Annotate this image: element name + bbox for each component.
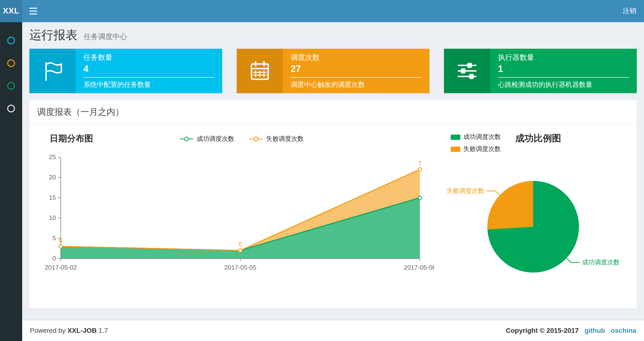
panel-body: 日期分布图 成功调度次数 bbox=[30, 124, 637, 309]
svg-text:7: 7 bbox=[418, 160, 422, 167]
divider bbox=[84, 77, 214, 78]
line-chart-title: 日期分布图 bbox=[50, 133, 93, 144]
line-chart-legend: 成功调度次数 失败调度次数 bbox=[179, 135, 304, 143]
legend-label: 失败调度次数 bbox=[266, 135, 304, 143]
line-legend-marker bbox=[249, 136, 263, 142]
sidebar-item-4[interactable] bbox=[0, 97, 22, 120]
svg-text:2017-05-02: 2017-05-02 bbox=[45, 264, 77, 271]
info-box-title: 任务数量 bbox=[84, 53, 214, 62]
main-content: 运行报表 任务调度中心 任务数量 4 系统中配置的任务数量 bbox=[22, 0, 644, 320]
sidebar-item-3[interactable] bbox=[0, 74, 22, 97]
flag-icon-svg bbox=[42, 60, 64, 82]
info-box-description: 心跳检测成功的执行器机器数量 bbox=[498, 81, 629, 89]
page-subtitle: 任务调度中心 bbox=[84, 32, 127, 41]
oschina-link[interactable]: oschina bbox=[611, 326, 636, 334]
circle-icon bbox=[7, 82, 15, 90]
svg-text:10: 10 bbox=[49, 214, 56, 221]
info-box-jobs: 任务数量 4 系统中配置的任务数量 bbox=[30, 49, 222, 93]
hamburger-bar bbox=[30, 11, 37, 12]
panel-header: 调度报表（一月之内） bbox=[30, 100, 637, 124]
svg-text:2017-05-08: 2017-05-08 bbox=[404, 264, 434, 271]
info-box-value: 27 bbox=[291, 64, 422, 74]
circle-icon bbox=[7, 104, 15, 112]
info-box-description: 调度中心触发的调度次数 bbox=[291, 81, 422, 89]
info-box-value: 4 bbox=[84, 64, 214, 74]
logout-link[interactable]: 注销 bbox=[615, 7, 644, 16]
svg-text:0: 0 bbox=[59, 237, 62, 244]
legend-item-fail[interactable]: 失败调度次数 bbox=[451, 145, 501, 153]
info-box-body: 调度次数 27 调度中心触发的调度次数 bbox=[283, 49, 430, 93]
circle-icon bbox=[7, 59, 15, 67]
date-distribution-chart: 05101520252017-05-022017-05-052017-05-08… bbox=[39, 150, 444, 279]
top-navbar: XXL 注销 bbox=[0, 0, 644, 22]
info-box-value: 1 bbox=[498, 64, 629, 74]
info-box-body: 任务数量 4 系统中配置的任务数量 bbox=[76, 49, 222, 93]
sidebar-toggle-button[interactable] bbox=[22, 0, 44, 22]
legend-swatch bbox=[451, 134, 460, 140]
copyright-text: Copyright © 2015-2017 bbox=[506, 326, 579, 334]
info-box-triggers: 调度次数 27 调度中心触发的调度次数 bbox=[237, 49, 430, 93]
pie-chart-legend: 成功调度次数 失败调度次数 bbox=[451, 133, 501, 153]
line-chart-svg: 05101520252017-05-022017-05-052017-05-08… bbox=[39, 150, 434, 277]
hamburger-bar bbox=[30, 8, 37, 9]
line-legend-marker bbox=[179, 136, 194, 142]
app-window: XXL 注销 运行报表 任务调度中心 bbox=[0, 0, 644, 341]
divider bbox=[498, 77, 629, 78]
pie-chart-svg: 成功调度次数失败调度次数 bbox=[444, 153, 627, 298]
info-box-executors: 执行器数量 1 心跳检测成功的执行器机器数量 bbox=[444, 49, 637, 93]
info-box-title: 调度次数 bbox=[291, 53, 422, 62]
sliders-icon-svg bbox=[456, 60, 478, 82]
legend-item-fail[interactable]: 失败调度次数 bbox=[249, 135, 304, 143]
svg-text:20: 20 bbox=[49, 174, 56, 181]
svg-text:0: 0 bbox=[52, 255, 56, 262]
svg-text:0: 0 bbox=[238, 241, 242, 248]
divider bbox=[291, 77, 422, 78]
sliders-icon bbox=[444, 49, 490, 93]
navbar-main: 注销 bbox=[22, 0, 644, 22]
info-box-row: 任务数量 4 系统中配置的任务数量 bbox=[30, 49, 637, 93]
page-header: 运行报表 任务调度中心 bbox=[30, 27, 637, 43]
calendar-icon-svg bbox=[249, 60, 271, 82]
svg-text:25: 25 bbox=[49, 153, 56, 161]
pie-chart-head: 成功调度次数 失败调度次数 成功比例图 bbox=[444, 132, 627, 153]
legend-label: 成功调度次数 bbox=[463, 133, 501, 141]
line-chart-head: 日期分布图 成功调度次数 bbox=[39, 132, 444, 146]
legend-label: 成功调度次数 bbox=[197, 135, 234, 143]
info-box-description: 系统中配置的任务数量 bbox=[84, 81, 214, 89]
legend-item-success[interactable]: 成功调度次数 bbox=[179, 135, 234, 143]
footer-copyright: Copyright © 2015-2017 github oschina bbox=[506, 326, 636, 335]
info-box-title: 执行器数量 bbox=[498, 53, 629, 62]
app-logo[interactable]: XXL bbox=[0, 0, 22, 22]
page-title: 运行报表 bbox=[30, 28, 78, 42]
product-version: 1.7 bbox=[98, 326, 108, 334]
legend-swatch bbox=[451, 146, 460, 152]
flag-icon bbox=[30, 49, 76, 93]
legend-label: 失败调度次数 bbox=[463, 145, 501, 153]
success-ratio-chart: 成功调度次数失败调度次数 bbox=[444, 153, 627, 300]
product-name: XXL-JOB bbox=[68, 326, 97, 334]
svg-text:失败调度次数: 失败调度次数 bbox=[446, 187, 484, 194]
pie-chart-title: 成功比例图 bbox=[515, 132, 561, 145]
svg-text:2017-05-05: 2017-05-05 bbox=[224, 264, 256, 271]
sidebar bbox=[0, 22, 22, 341]
circle-icon bbox=[7, 37, 15, 44]
footer: Powered by XXL-JOB 1.7 Copyright © 2015-… bbox=[22, 320, 644, 341]
report-panel: 调度报表（一月之内） 日期分布图 成功调度次数 bbox=[30, 100, 637, 309]
sidebar-item-1[interactable] bbox=[0, 29, 22, 52]
legend-item-success[interactable]: 成功调度次数 bbox=[451, 133, 501, 141]
calendar-icon bbox=[237, 49, 283, 93]
info-box-body: 执行器数量 1 心跳检测成功的执行器机器数量 bbox=[490, 49, 637, 93]
footer-powered-by: Powered by XXL-JOB 1.7 bbox=[30, 326, 108, 335]
date-distribution-section: 日期分布图 成功调度次数 bbox=[39, 132, 444, 300]
success-ratio-section: 成功调度次数 失败调度次数 成功比例图 成功调度次数失败调度次数 bbox=[444, 132, 627, 300]
svg-text:5: 5 bbox=[52, 234, 56, 242]
powered-prefix: Powered by bbox=[30, 326, 66, 334]
github-link[interactable]: github bbox=[584, 326, 605, 334]
hamburger-bar bbox=[30, 14, 37, 15]
svg-text:15: 15 bbox=[49, 194, 56, 201]
panel-title: 调度报表（一月之内） bbox=[37, 107, 124, 117]
sidebar-item-2[interactable] bbox=[0, 52, 22, 74]
svg-text:成功调度次数: 成功调度次数 bbox=[582, 258, 620, 266]
